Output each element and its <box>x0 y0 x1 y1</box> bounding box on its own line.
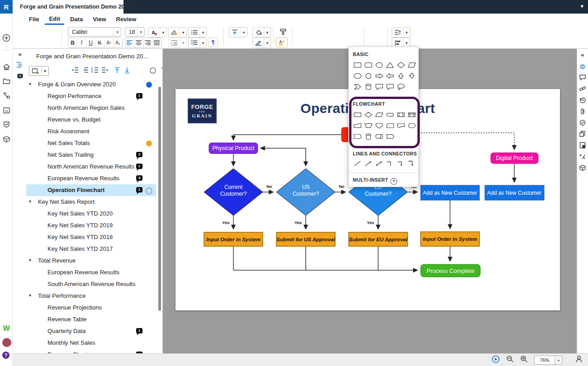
chevron-down-icon[interactable]: ▾ <box>403 38 410 47</box>
menu-review[interactable]: Review <box>112 14 141 25</box>
comment-badge[interactable]: 2 <box>136 152 142 157</box>
text-color-button[interactable]: A ▾ <box>148 27 167 38</box>
node-submit-eu-approval[interactable]: Submit for EU Approval <box>349 232 408 246</box>
shape-arrow-down[interactable] <box>406 70 417 81</box>
shape-decision[interactable] <box>363 109 374 120</box>
shape-internal-storage[interactable] <box>406 109 417 120</box>
shape-circle[interactable] <box>363 70 374 81</box>
tree-item[interactable]: ▾ Key Net Sales Report <box>26 196 156 208</box>
caret-down-icon[interactable]: ▾ <box>29 199 31 204</box>
indent-left-icon[interactable] <box>81 67 89 75</box>
reorder-button[interactable]: ▾ <box>392 27 410 38</box>
highlight-style-button[interactable]: A <box>276 38 288 47</box>
add-slide-button[interactable]: ▾ <box>29 66 49 76</box>
shape-callout-rounded[interactable] <box>384 81 395 92</box>
history-icon[interactable] <box>579 97 587 104</box>
chevron-down-icon[interactable]: ▾ <box>180 38 186 47</box>
shape-manual-input[interactable] <box>352 120 363 131</box>
subscript-button[interactable]: A₁ <box>114 38 122 47</box>
status-ring[interactable] <box>146 188 152 194</box>
tree-item[interactable]: Key Net Sales YTD 2017 <box>26 243 156 255</box>
chevron-down-icon[interactable]: ▾ <box>403 28 410 37</box>
chevron-down-icon[interactable]: ▾ <box>160 28 166 37</box>
shape-cylinder[interactable] <box>363 81 374 92</box>
superscript-button[interactable]: A¹ <box>104 38 114 47</box>
copies-icon[interactable] <box>579 131 587 138</box>
tree-item[interactable]: ▾ Forge & Grain Overview 2020 <box>26 79 156 90</box>
shape-callout-rectangle[interactable] <box>374 81 384 92</box>
caret-up-icon[interactable]: ▴ <box>555 356 562 364</box>
shape-card[interactable] <box>384 120 395 131</box>
menu-file[interactable]: File <box>25 14 43 25</box>
shape-process[interactable] <box>352 109 363 120</box>
formulas-icon[interactable] <box>2 92 10 100</box>
tree-item[interactable]: Net Sales Totals <box>26 137 156 149</box>
calendar-icon[interactable]: 16 <box>2 107 10 115</box>
shape-arrow-up[interactable] <box>395 70 406 81</box>
tree-item[interactable]: European Revenue Results 4 <box>26 173 156 184</box>
chevron-down-icon[interactable]: ▾ <box>264 28 270 37</box>
shape-terminator[interactable] <box>384 109 395 120</box>
status-circle-icon[interactable] <box>149 67 157 75</box>
tree-item[interactable]: Region Performance 1 <box>26 90 156 102</box>
fill-color-button[interactable]: ▾ <box>252 27 271 38</box>
shape-parallelogram[interactable] <box>406 60 417 70</box>
document-tab[interactable]: Forge and Grain Presentation Demo 2020 <box>13 0 123 14</box>
indent-button[interactable]: ▾ <box>168 38 187 48</box>
tree-item-selected[interactable]: Operation Flowchart 1 <box>26 184 156 196</box>
tree-item[interactable]: North American Revenue Results 1 <box>26 161 156 173</box>
shape-arrow-line[interactable] <box>363 158 374 169</box>
node-digital-product[interactable]: Digital Product <box>491 153 538 164</box>
zoom-out-button[interactable] <box>506 355 514 365</box>
caret-down-icon[interactable]: ▾ <box>29 293 31 298</box>
shape-elbow-double-arrow[interactable] <box>406 158 417 169</box>
move-up-icon[interactable] <box>114 67 122 75</box>
collapse-sidebar-icon[interactable]: « <box>16 51 24 59</box>
strikethrough-button[interactable]: K <box>95 38 104 47</box>
chevron-down-icon[interactable]: ▾ <box>41 66 48 75</box>
tree-item[interactable]: Key Net Sales YTD 2020 <box>26 208 156 220</box>
outline-view-icon[interactable] <box>16 61 24 70</box>
shape-arrow-left[interactable] <box>384 70 395 81</box>
multi-insert-row[interactable]: MULTI-INSERT? <box>353 177 397 185</box>
tree-item[interactable]: South American Revenue Results <box>26 278 156 290</box>
certification-tag-icon[interactable] <box>2 121 10 129</box>
comments-icon[interactable] <box>579 74 587 82</box>
shape-triangle[interactable] <box>384 60 395 70</box>
highlight-color-button[interactable]: ▾ <box>168 27 187 38</box>
indent-right-icon[interactable] <box>71 67 79 75</box>
tree-item[interactable]: Key Net Sales YTD 2019 <box>26 220 156 231</box>
tree-item[interactable]: Revenue Table <box>26 314 156 325</box>
tree-item[interactable]: Key Net Sales YTD 2018 <box>26 231 156 243</box>
chevron-down-icon[interactable]: ▾ <box>180 28 186 37</box>
caret-down-icon[interactable]: ▾ <box>29 258 31 263</box>
chevron-down-icon[interactable]: ▾ <box>200 28 206 37</box>
tree-item[interactable]: Quarterly Data 1 <box>26 325 156 337</box>
node-current-customer[interactable]: Current Customer? <box>204 169 263 216</box>
node-us-customer[interactable]: US Customer? <box>276 169 335 216</box>
shape-rounded-rectangle[interactable] <box>363 60 374 70</box>
shape-line[interactable] <box>352 158 363 169</box>
shape-display[interactable] <box>384 131 395 142</box>
tree-item[interactable]: Revenue Projections <box>26 302 156 314</box>
shape-elbow-connector[interactable] <box>384 158 395 169</box>
tree-item[interactable]: ▾ Total Performance <box>26 290 156 302</box>
shape-direct-access-storage[interactable] <box>374 131 384 142</box>
tree-item[interactable]: Revenue vs. Budget <box>26 114 156 126</box>
align-right-button[interactable] <box>143 38 152 47</box>
shape-double-arrow-line[interactable] <box>374 158 384 169</box>
create-new-button[interactable] <box>2 34 10 42</box>
present-button[interactable] <box>492 355 500 365</box>
link-icon[interactable] <box>579 85 587 93</box>
tree-item[interactable]: Monthly Net Sales <box>26 337 156 349</box>
help-button[interactable]: ? <box>2 352 10 360</box>
chevron-down-icon[interactable]: ▾ <box>241 28 247 37</box>
page-properties-icon[interactable] <box>579 142 587 150</box>
shape-callout-oval[interactable] <box>395 81 406 92</box>
translate-icon[interactable]: A <box>579 153 587 161</box>
border-color-button[interactable]: ▾ <box>252 38 271 48</box>
node-submit-us-approval[interactable]: Submit for US Approval <box>276 232 335 246</box>
node-input-order-1[interactable]: Input Order in System <box>204 232 263 246</box>
shape-arrow-right[interactable] <box>374 70 384 81</box>
promote-icon[interactable] <box>91 67 99 75</box>
